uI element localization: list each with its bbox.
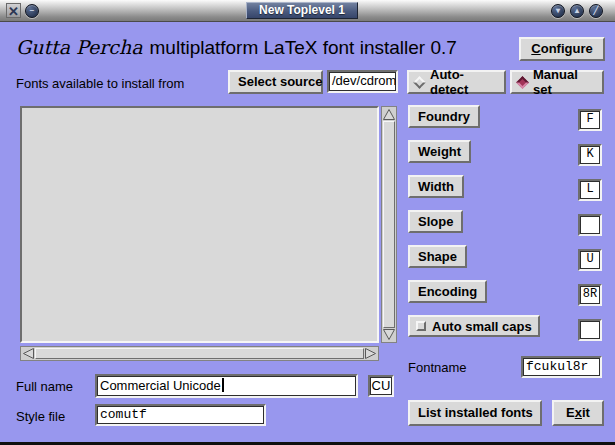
width-button[interactable]: Width xyxy=(408,175,464,198)
slope-button[interactable]: Slope xyxy=(408,210,463,233)
close-button[interactable]: ╱ xyxy=(589,4,603,18)
style-file-label: Style file xyxy=(16,409,65,424)
encoding-button[interactable]: Encoding xyxy=(408,280,487,303)
configure-button[interactable]: Configure xyxy=(519,37,605,61)
auto-detect-radio[interactable]: Auto-detect xyxy=(407,70,506,94)
width-entry[interactable]: L xyxy=(578,179,602,201)
scroll-right-arrow-icon[interactable] xyxy=(364,347,377,360)
shape-entry[interactable]: U xyxy=(578,249,602,271)
fonts-available-label: Fonts available to install from xyxy=(16,76,184,91)
slope-entry[interactable] xyxy=(578,214,602,236)
foundry-button[interactable]: Foundry xyxy=(408,105,480,128)
manual-set-radio[interactable]: Manual set xyxy=(510,70,604,94)
exit-button[interactable]: Exit xyxy=(552,400,604,426)
shade-button[interactable]: − xyxy=(25,4,39,18)
scroll-left-arrow-icon[interactable] xyxy=(22,347,35,360)
foundry-entry[interactable]: F xyxy=(578,109,602,131)
auto-small-caps-checkbox[interactable]: Auto small caps xyxy=(408,315,540,337)
app-icon: ✕ xyxy=(6,3,21,18)
weight-entry[interactable]: K xyxy=(578,144,602,166)
full-name-label: Full name xyxy=(16,379,73,394)
list-installed-fonts-button[interactable]: List installed fonts xyxy=(408,400,542,426)
checkbox-square-icon xyxy=(416,321,426,331)
horizontal-scrollbar-thumb[interactable] xyxy=(35,348,364,359)
style-file-entry[interactable]: comutf xyxy=(95,404,266,426)
listbox-vertical-scrollbar[interactable] xyxy=(381,106,397,343)
brand-name: Gutta Percha xyxy=(16,36,143,58)
full-name-entry[interactable]: Commercial Unicode xyxy=(95,374,358,398)
small-caps-entry[interactable] xyxy=(578,319,602,341)
page-title: Gutta Perchamultiplatform LaTeX font ins… xyxy=(16,34,457,60)
fontname-entry[interactable]: fcukul8r xyxy=(521,356,602,378)
listbox-horizontal-scrollbar[interactable] xyxy=(20,346,379,361)
radio-diamond-icon xyxy=(413,76,426,89)
fontname-label: Fontname xyxy=(408,360,467,375)
radio-diamond-selected-icon xyxy=(516,76,529,89)
weight-button[interactable]: Weight xyxy=(408,140,471,163)
titlebar[interactable]: ✕ − New Toplevel 1 ▾ ▴ ╱ xyxy=(0,0,615,22)
roll-up-button[interactable]: ▴ xyxy=(570,4,584,18)
title-rest: multiplatform LaTeX font installer 0.7 xyxy=(150,37,457,58)
scroll-down-arrow-icon[interactable] xyxy=(382,328,396,341)
device-path-entry[interactable]: /dev/cdrom xyxy=(327,70,398,93)
window-title: New Toplevel 1 xyxy=(246,2,358,19)
abbrev-entry[interactable]: CU xyxy=(368,375,394,397)
scroll-up-arrow-icon[interactable] xyxy=(382,108,396,121)
encoding-entry[interactable]: 8R xyxy=(578,284,602,306)
select-source-button[interactable]: Select source xyxy=(228,70,323,94)
text-cursor xyxy=(222,378,224,392)
gutta-percha-window: ✕ − New Toplevel 1 ▾ ▴ ╱ Gutta Perchamul… xyxy=(0,0,615,445)
shape-button[interactable]: Shape xyxy=(408,245,467,268)
font-listbox[interactable] xyxy=(20,106,379,343)
roll-down-button[interactable]: ▾ xyxy=(551,4,565,18)
vertical-scrollbar-thumb[interactable] xyxy=(383,121,395,328)
